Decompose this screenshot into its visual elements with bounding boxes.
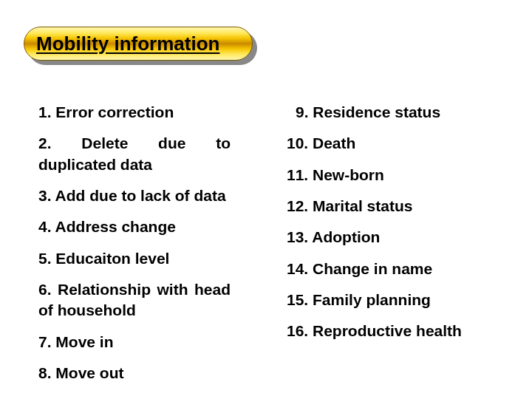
list-item: 8. Move out: [38, 363, 231, 383]
list-item: 16. Reproductive health: [282, 321, 502, 341]
list-item: 9. Residence status: [282, 102, 502, 123]
list-item: 13. Adoption: [282, 227, 502, 248]
left-column: 1. Error correction 2. Delete due to dup…: [38, 102, 231, 394]
list-item: 10. Death: [282, 133, 502, 154]
list-item: 2. Delete due to duplicated data: [38, 133, 231, 175]
list-item: 3. Add due to lack of data: [38, 185, 231, 206]
list-item: 7. Move in: [38, 332, 231, 352]
content-area: 1. Error correction 2. Delete due to dup…: [38, 102, 502, 394]
list-item: 14. Change in name: [282, 259, 502, 279]
list-item: 15. Family planning: [282, 290, 502, 310]
list-item: 6. Relationship with head of household: [38, 279, 231, 321]
right-column: 9. Residence status 10. Death 11. New-bo…: [282, 102, 502, 394]
title-pill: Mobility information: [24, 27, 253, 61]
title-container: Mobility information: [24, 27, 253, 61]
page-title: Mobility information: [36, 33, 219, 55]
list-item: 4. Address change: [38, 216, 231, 237]
list-item: 12. Marital status: [282, 196, 502, 216]
list-item: 11. New-born: [282, 165, 502, 185]
list-item: 5. Educaiton level: [38, 248, 231, 269]
list-item: 1. Error correction: [38, 102, 231, 123]
